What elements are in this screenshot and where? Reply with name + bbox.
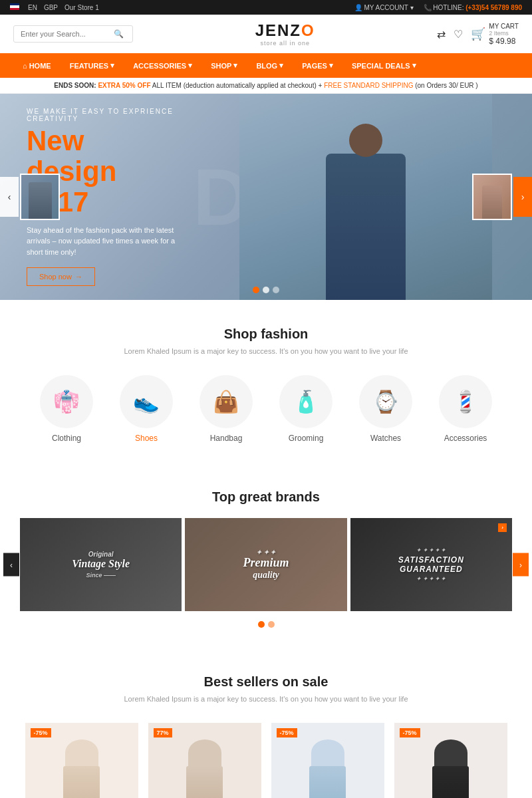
- header: 🔍 JENZO store all in one ⇄ ♡ 🛒 MY CART 2…: [0, 15, 532, 53]
- category-accessories[interactable]: 💈 Accessories: [439, 375, 492, 443]
- brand-card-1[interactable]: Original Vintage Style Since ——: [20, 518, 182, 611]
- search-input[interactable]: [21, 30, 114, 38]
- categories-list: 👘 Clothing 👟 Shoes 👜 Handbag 🧴 Grooming …: [13, 375, 519, 443]
- category-shoes[interactable]: 👟 Shoes: [120, 375, 173, 443]
- hotline-info: 📞 HOTLINE: (+33)54 56789 890: [424, 4, 522, 11]
- wishlist-icon[interactable]: ♡: [454, 28, 463, 41]
- slider-dots: [253, 287, 279, 293]
- discount-badge-1: -75%: [31, 728, 51, 737]
- nav-blog[interactable]: BLOG ▾: [247, 53, 293, 78]
- store-selector[interactable]: Our Store 1: [65, 4, 99, 11]
- search-box[interactable]: 🔍: [13, 25, 133, 43]
- category-grooming-icon: 🧴: [279, 375, 332, 428]
- brands-slider: ‹ Original Vintage Style Since —— ✦ ✦ ✦ …: [0, 518, 532, 611]
- product-image-1: -75%: [25, 723, 138, 798]
- product-card-2[interactable]: 77% ♡ 🛒 Add To Cart ✕ Diagonal Bow Tie S…: [148, 723, 261, 798]
- flag-icon: [10, 3, 21, 11]
- brands-dot-1[interactable]: [258, 621, 265, 628]
- shop-fashion-subtitle: Lorem Khaled Ipsum is a major key to suc…: [13, 347, 519, 355]
- nav-features[interactable]: FEATURES ▾: [61, 53, 124, 78]
- brands-prev-button[interactable]: ‹: [3, 553, 19, 577]
- shuffle-icon[interactable]: ⇄: [437, 28, 446, 41]
- user-icon: 👤: [354, 4, 362, 11]
- logo[interactable]: JENZO store all in one: [255, 21, 315, 47]
- brands-section: Top great brands ‹ Original Vintage Styl…: [0, 469, 532, 648]
- product-image-2: 77% ♡ 🛒 Add To Cart ✕: [148, 723, 261, 798]
- brand-text-1: Original Vintage Style Since ——: [72, 551, 130, 579]
- discount-badge-2: 77%: [154, 728, 172, 737]
- brands-dot-2[interactable]: [268, 621, 275, 628]
- nav-home[interactable]: ⌂ HOME: [13, 54, 61, 78]
- cart-icon-wrapper[interactable]: 🛒 MY CART 2 Items $ 49.98: [471, 23, 519, 46]
- brands-next-button[interactable]: ›: [513, 553, 529, 577]
- category-accessories-icon: 💈: [439, 375, 492, 428]
- slider-prev-button[interactable]: ‹: [0, 177, 19, 217]
- category-accessories-label: Accessories: [444, 434, 487, 443]
- header-icons: ⇄ ♡ 🛒 MY CART 2 Items $ 49.98: [437, 23, 519, 46]
- my-account-link[interactable]: 👤 MY ACCOUNT ▾: [354, 4, 414, 11]
- category-clothing[interactable]: 👘 Clothing: [40, 375, 93, 443]
- cart-icon: 🛒: [471, 27, 485, 41]
- category-watches-label: Watches: [370, 434, 401, 443]
- product-card-4[interactable]: -75% Blood Luster Cotton T-Shirt ★★★☆☆ £…: [394, 723, 507, 798]
- product-card-3[interactable]: -75% Blue Distressed Leather ★★★★★ £69.8…: [271, 723, 384, 798]
- main-nav: ⌂ HOME FEATURES ▾ ACCESSORIES ▾ SHOP ▾ B…: [0, 53, 532, 78]
- slider-dot-1[interactable]: [253, 287, 259, 293]
- slider-dot-2[interactable]: [263, 287, 269, 293]
- brand-card-3[interactable]: ✦ ✦ ✦ ✦ ✦ SATISFACTION GUARANTEED ✦ ✦ ✦ …: [350, 518, 512, 611]
- product-image-4: -75%: [394, 723, 507, 798]
- category-watches[interactable]: ⌚ Watches: [359, 375, 412, 443]
- nav-pages[interactable]: PAGES ▾: [293, 53, 342, 78]
- category-handbag-icon: 👜: [200, 375, 253, 428]
- logo-part2: O: [301, 21, 315, 39]
- category-shoes-icon: 👟: [120, 375, 173, 428]
- top-bar: EN GBP Our Store 1 👤 MY ACCOUNT ▾ 📞 HOTL…: [0, 0, 532, 15]
- shop-fashion-section: Shop fashion Lorem Khaled Ipsum is a maj…: [0, 300, 532, 469]
- category-shoes-label: Shoes: [135, 434, 158, 443]
- nav-shop[interactable]: SHOP ▾: [201, 53, 247, 78]
- products-grid: -75% Emporio Armani Leather ★★★☆☆ £69.86…: [13, 723, 519, 798]
- product-image-3: -75%: [271, 723, 384, 798]
- hero-image: [239, 94, 492, 300]
- brand-text-2: ✦ ✦ ✦ Premium quality: [243, 549, 289, 581]
- currency-selector[interactable]: GBP: [44, 4, 58, 11]
- language-selector[interactable]: EN: [28, 4, 37, 11]
- logo-part1: JENZ: [255, 21, 301, 39]
- slider-dot-3[interactable]: [273, 287, 279, 293]
- slider-next-button[interactable]: ›: [513, 177, 532, 217]
- brand-card-2[interactable]: ✦ ✦ ✦ Premium quality: [185, 518, 346, 611]
- category-watches-icon: ⌚: [359, 375, 412, 428]
- best-sellers-title: Best sellers on sale: [13, 674, 519, 690]
- phone-icon: 📞: [424, 4, 432, 11]
- category-clothing-label: Clothing: [52, 434, 81, 443]
- discount-badge-4: -75%: [400, 728, 420, 737]
- nav-special-deals[interactable]: SPECIAL DEALS ▾: [342, 53, 426, 78]
- announcement-bar: ENDS SOON: EXTRA 50% OFF ALL ITEM (deduc…: [0, 78, 532, 94]
- best-sellers-section: Best sellers on sale Lorem Khaled Ipsum …: [0, 648, 532, 798]
- nav-accessories[interactable]: ACCESSORIES ▾: [124, 53, 201, 78]
- slider-thumbnail-right[interactable]: [472, 174, 512, 220]
- brands-dots: [0, 621, 532, 628]
- category-handbag-label: Handbag: [210, 434, 243, 443]
- shop-fashion-title: Shop fashion: [13, 327, 519, 342]
- hero-slider: ‹ WE MAKE IT EASY TO EXPRIENCE CREATIVIT…: [0, 94, 532, 300]
- brands-track: Original Vintage Style Since —— ✦ ✦ ✦ Pr…: [20, 518, 512, 611]
- category-clothing-icon: 👘: [40, 375, 93, 428]
- brand-text-3: ✦ ✦ ✦ ✦ ✦ SATISFACTION GUARANTEED ✦ ✦ ✦ …: [398, 547, 464, 582]
- category-grooming-label: Grooming: [289, 434, 324, 443]
- cart-details: MY CART 2 Items $ 49.98: [489, 23, 519, 46]
- product-card-1[interactable]: -75% Emporio Armani Leather ★★★☆☆ £69.86…: [25, 723, 138, 798]
- category-grooming[interactable]: 🧴 Grooming: [279, 375, 332, 443]
- slider-thumbnail-left[interactable]: [20, 174, 60, 220]
- brands-title: Top great brands: [0, 489, 532, 505]
- discount-badge-3: -75%: [277, 728, 297, 737]
- search-icon[interactable]: 🔍: [114, 29, 124, 39]
- category-handbag[interactable]: 👜 Handbag: [200, 375, 253, 443]
- best-sellers-subtitle: Lorem Khaled Ipsum is a major key to suc…: [13, 695, 519, 703]
- shop-now-button[interactable]: Shop now →: [27, 267, 95, 286]
- brand-badge: ›: [498, 523, 507, 532]
- hero-description: Stay ahead of the fashion pack with the …: [27, 225, 186, 258]
- hero-subtitle: WE MAKE IT EASY TO EXPRIENCE CREATIVITY: [27, 108, 186, 122]
